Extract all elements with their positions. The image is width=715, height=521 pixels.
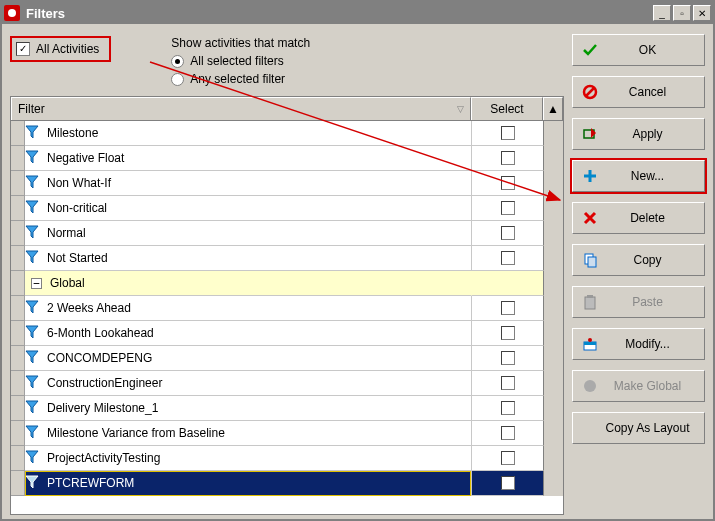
select-checkbox[interactable] [501,376,515,390]
all-activities-label: All Activities [36,42,99,56]
scroll-up-button[interactable]: ▲ [543,97,563,120]
match-radio-group: Show activities that match All selected … [171,36,310,86]
radio-any-row[interactable]: Any selected filter [171,72,310,86]
filter-row[interactable]: Milestone [11,121,563,146]
select-checkbox[interactable] [501,351,515,365]
radio-all[interactable] [171,55,184,68]
filter-label: Negative Float [47,151,124,165]
app-icon [4,5,20,21]
make-global-button[interactable]: Make Global [572,370,705,402]
filter-label: 2 Weeks Ahead [47,301,131,315]
column-header-select[interactable]: Select [471,97,543,120]
select-checkbox[interactable] [501,151,515,165]
funnel-icon [25,200,41,216]
minimize-button[interactable]: _ [653,5,671,21]
svg-point-0 [8,9,16,17]
all-activities-checkbox[interactable]: ✓ [16,42,30,56]
funnel-icon [25,325,41,341]
collapse-icon[interactable]: − [31,278,42,289]
maximize-button[interactable]: ▫ [673,5,691,21]
paste-icon [581,294,599,310]
select-checkbox[interactable] [501,176,515,190]
svg-point-11 [584,380,596,392]
funnel-icon [25,150,41,166]
filter-row[interactable]: ProjectActivityTesting [11,446,563,471]
x-icon [581,210,599,226]
filter-label: ProjectActivityTesting [47,451,160,465]
select-checkbox[interactable] [501,326,515,340]
no-icon [581,84,599,100]
filter-row[interactable]: PTCREWFORM [11,471,563,496]
filter-row[interactable]: Milestone Variance from Baseline [11,421,563,446]
filter-label: Non-critical [47,201,107,215]
filter-row[interactable]: Delivery Milestone_1 [11,396,563,421]
globe-icon [581,378,599,394]
funnel-icon [25,250,41,266]
window-title: Filters [26,6,651,21]
funnel-icon [25,375,41,391]
modify-button[interactable]: Modify... [572,328,705,360]
filter-label: Not Started [47,251,108,265]
filter-label: Delivery Milestone_1 [47,401,158,415]
filter-label: 6-Month Lookahead [47,326,154,340]
delete-button[interactable]: Delete [572,202,705,234]
filters-dialog: Filters _ ▫ ✕ ✓ All Activities Show acti… [0,0,715,521]
funnel-icon [25,350,41,366]
filter-row[interactable]: ConstructionEngineer [11,371,563,396]
filter-row[interactable]: Normal [11,221,563,246]
filter-row[interactable]: 6-Month Lookahead [11,321,563,346]
svg-rect-9 [584,342,596,345]
filter-row[interactable]: Non What-If [11,171,563,196]
radio-all-row[interactable]: All selected filters [171,54,310,68]
filters-grid: Filter ▽ Select ▲ MilestoneNegative Floa… [10,96,564,515]
funnel-icon [25,400,41,416]
paste-button[interactable]: Paste [572,286,705,318]
select-checkbox[interactable] [501,201,515,215]
filter-label: Milestone [47,126,98,140]
funnel-icon [25,475,41,491]
filter-row[interactable]: Not Started [11,246,563,271]
select-checkbox[interactable] [501,126,515,140]
funnel-icon [25,425,41,441]
select-checkbox[interactable] [501,401,515,415]
svg-rect-5 [588,257,596,267]
check-icon [581,42,599,58]
svg-rect-7 [587,295,593,298]
funnel-icon [25,175,41,191]
filter-row[interactable]: CONCOMDEPENG [11,346,563,371]
select-checkbox[interactable] [501,226,515,240]
filter-row[interactable]: Non-critical [11,196,563,221]
funnel-icon [25,125,41,141]
select-checkbox[interactable] [501,251,515,265]
funnel-icon [25,300,41,316]
apply-button[interactable]: Apply [572,118,705,150]
radio-any-label: Any selected filter [190,72,285,86]
radio-all-label: All selected filters [190,54,283,68]
funnel-icon [25,450,41,466]
cancel-button[interactable]: Cancel [572,76,705,108]
filter-row[interactable]: Negative Float [11,146,563,171]
plus-icon [581,168,599,184]
select-checkbox[interactable] [501,301,515,315]
svg-line-2 [586,88,594,96]
close-button[interactable]: ✕ [693,5,711,21]
titlebar: Filters _ ▫ ✕ [2,2,713,24]
filter-label: PTCREWFORM [47,476,134,490]
apply-icon [581,126,599,142]
copy-button[interactable]: Copy [572,244,705,276]
filter-label: Milestone Variance from Baseline [47,426,225,440]
new-button[interactable]: New... [572,160,705,192]
select-checkbox[interactable] [501,451,515,465]
copy-as-layout-button[interactable]: Copy As Layout [572,412,705,444]
all-activities-checkbox-wrap[interactable]: ✓ All Activities [10,36,111,62]
radio-any[interactable] [171,73,184,86]
filter-row[interactable]: 2 Weeks Ahead [11,296,563,321]
modify-icon [581,336,599,352]
column-header-filter[interactable]: Filter ▽ [11,97,471,120]
select-checkbox[interactable] [501,426,515,440]
filter-label: Non What-If [47,176,111,190]
svg-point-10 [588,338,592,342]
group-row[interactable]: −Global [11,271,563,296]
select-checkbox[interactable] [501,476,515,490]
ok-button[interactable]: OK [572,34,705,66]
